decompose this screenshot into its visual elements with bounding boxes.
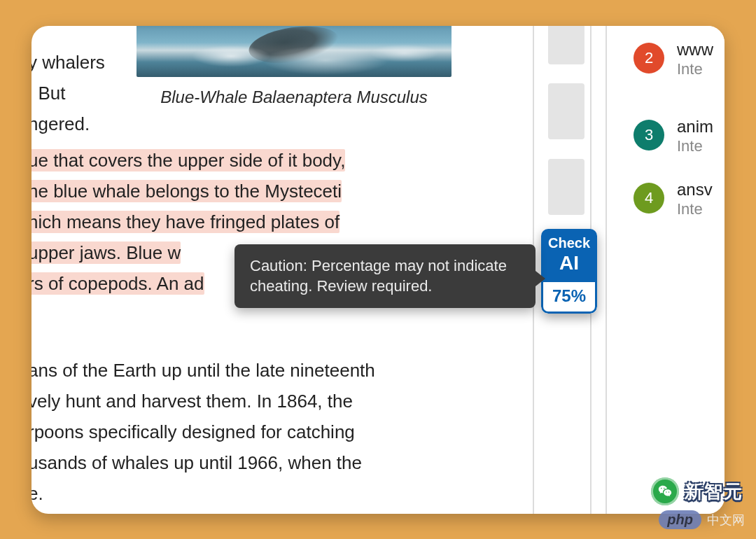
source-number-badge: 4 <box>634 183 664 214</box>
text-line: e. <box>31 478 375 509</box>
source-title: anim <box>677 117 713 137</box>
source-item[interactable]: 4 ansv Inte <box>634 180 713 220</box>
source-number-badge: 3 <box>634 120 664 150</box>
app-card: Blue-Whale Balaenaptera Musculus y whale… <box>31 26 724 514</box>
source-title: www <box>677 40 713 60</box>
highlighted-text: he blue whale belongs to the Mysteceti <box>31 180 342 202</box>
highlighted-text: hich means they have fringed plates of <box>31 211 340 233</box>
source-subtitle: Inte <box>677 59 713 80</box>
text-line: ngered. <box>31 108 105 139</box>
source-number-badge: 2 <box>634 43 664 74</box>
check-ai-percentage: 75% <box>541 282 597 314</box>
highlighted-text: rs of copepods. An ad <box>31 272 204 295</box>
text-line: . But <box>31 78 105 108</box>
minimap-block[interactable] <box>548 159 584 215</box>
check-ai-button[interactable]: Check AI 75% <box>541 229 597 314</box>
source-subtitle: Inte <box>677 136 713 157</box>
text-line: ans of the Earth up until the late ninet… <box>31 355 375 386</box>
highlighted-text: ue that covers the upper side of it body… <box>31 149 345 172</box>
source-item[interactable]: 3 anim Inte <box>634 117 713 157</box>
source-subtitle: Inte <box>677 200 713 220</box>
paragraph-1: y whalers . But ngered. <box>31 47 105 139</box>
check-ai-label: Check AI <box>541 229 597 282</box>
ai-caution-tooltip: Caution: Percentage may not indicate che… <box>234 244 536 308</box>
text-line: rpoons specifically designed for catchin… <box>31 416 375 447</box>
whale-image <box>136 26 451 77</box>
source-title: ansv <box>677 180 713 200</box>
text-line: vely hunt and harvest them. In 1864, the <box>31 386 375 416</box>
source-item[interactable]: 2 www Inte <box>634 40 713 80</box>
image-caption: Blue-Whale Balaenaptera Musculus <box>136 88 451 107</box>
sources-sidebar: 2 www Inte 3 anim Inte 4 ansv Inte <box>606 26 724 514</box>
minimap-block[interactable] <box>548 83 584 139</box>
paragraph-3: ans of the Earth up until the late ninet… <box>31 355 375 509</box>
text-line: y whalers <box>31 47 105 78</box>
minimap-block[interactable] <box>548 26 584 64</box>
highlighted-text: upper jaws. Blue w <box>31 241 181 264</box>
text-line: usands of whales up until 1966, when the <box>31 447 375 478</box>
